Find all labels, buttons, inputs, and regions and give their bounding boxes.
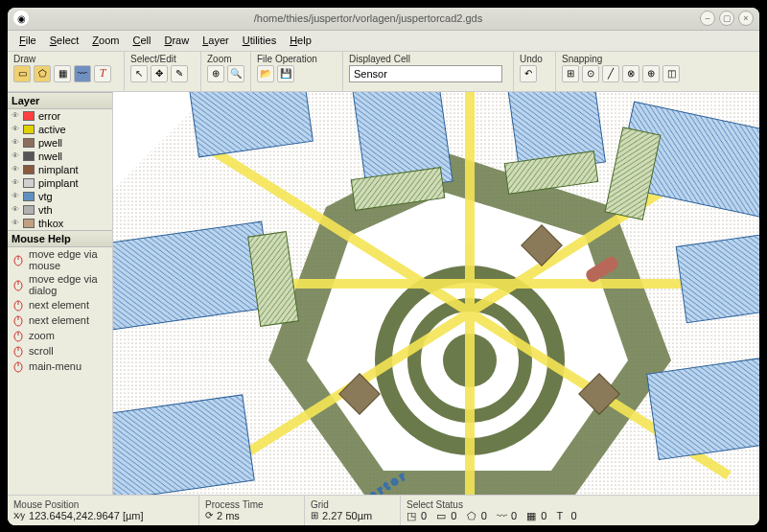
file-save-icon[interactable]: 💾 [277,65,294,82]
toolgroup-selectedit: Select/Edit ↖ ✥ ✎ [125,52,201,91]
snap-point-icon[interactable]: ⊙ [582,65,599,82]
mousehelp-panel-header: Mouse Help [8,230,112,247]
mouse-icon [12,344,25,358]
status-grid: Grid ⊞ 2.27 50µm [305,496,401,525]
snap-line-icon[interactable]: ╱ [602,65,619,82]
toolbar: Draw ▭ ⬠ ▦ 〰 T Select/Edit ↖ ✥ ✎ Zoom ⊕ … [8,52,759,92]
snap-edge-icon[interactable]: ◫ [662,65,680,82]
selstatus-count: ▭ 0 [436,510,462,521]
displayed-cell-input[interactable] [349,65,502,82]
layer-visibility-icon[interactable]: 👁 [12,192,19,200]
layer-visibility-icon[interactable]: 👁 [12,125,19,133]
layer-item-thkox[interactable]: 👁thkox [8,217,112,230]
draw-polygon-icon[interactable]: ⬠ [34,65,51,82]
select-move-icon[interactable]: ✥ [151,65,168,82]
mouse-icon [12,359,25,373]
layer-item-pwell[interactable]: 👁pwell [8,136,112,150]
mousehelp-text: zoom [29,330,55,341]
toolgroup-draw-label: Draw [13,54,118,64]
layer-visibility-icon[interactable]: 👁 [12,205,19,214]
draw-cell-icon[interactable]: ▦ [54,65,71,82]
select-arrow-icon[interactable]: ↖ [130,65,148,82]
toolgroup-undo-label: Undo [520,54,549,64]
file-open-icon[interactable]: 📂 [257,65,274,82]
layout-drawing: spertor [113,92,759,495]
toolgroup-snapping: Snapping ⊞ ⊙ ╱ ⊗ ⊕ ◫ [556,52,759,91]
layer-item-vtg[interactable]: 👁vtg [8,190,112,203]
layer-name: vth [38,204,53,216]
layer-item-nimplant[interactable]: 👁nimplant [8,163,112,176]
maximize-button[interactable]: ▢ [719,11,734,26]
layer-name: vtg [38,191,53,202]
layer-visibility-icon[interactable]: 👁 [12,111,19,120]
mousehelp-item: main-menu [8,359,112,374]
layer-item-nwell[interactable]: 👁nwell [8,150,112,163]
draw-text-icon[interactable]: T [94,65,111,82]
layer-visibility-icon[interactable]: 👁 [12,138,19,147]
layer-visibility-icon[interactable]: 👁 [12,165,19,173]
mousehelp-item: scroll [8,343,112,359]
layer-name: pimplant [38,177,79,189]
mouse-icon [12,278,25,291]
layer-item-pimplant[interactable]: 👁pimplant [8,176,112,190]
menu-draw[interactable]: Draw [158,33,195,48]
layer-swatch-icon [23,151,35,161]
selstatus-count: ◳ 0 [407,510,432,521]
menu-cell[interactable]: Cell [127,33,156,48]
menu-utilities[interactable]: Utilities [237,33,282,48]
snap-center-icon[interactable]: ⊗ [622,65,639,82]
status-proctime: Process Time ⟳ 2 ms [199,496,305,525]
selstatus-icon: 〰 [497,510,508,521]
layer-swatch-icon [23,125,35,134]
selstatus-count: T 0 [556,510,582,521]
mousehelp-item: move edge via dialog [8,272,112,297]
menu-file[interactable]: File [13,33,42,48]
snap-grid-icon[interactable]: ⊞ [562,65,579,82]
close-button[interactable]: × [738,11,754,26]
layer-swatch-icon [23,192,35,201]
toolgroup-fileop-label: File Operation [257,54,337,64]
zoom-in-icon[interactable]: 🔍 [227,65,244,82]
selstatus-icon: ◳ [407,510,418,521]
mouse-icon [12,313,25,327]
layer-item-error[interactable]: 👁error [8,109,112,123]
main-area: Layer 👁error👁active👁pwell👁nwell👁nimplant… [8,92,759,495]
layer-name: error [38,110,60,122]
select-edit-icon[interactable]: ✎ [171,65,188,82]
layer-visibility-icon[interactable]: 👁 [12,151,19,160]
mousehelp-list: move edge via mousemove edge via dialogn… [8,247,112,495]
layer-item-active[interactable]: 👁active [8,123,112,136]
zoom-fit-icon[interactable]: ⊕ [207,65,224,82]
window-title: /home/thies/juspertor/vorlagen/juspertor… [36,12,700,24]
mouse-icon [12,253,25,266]
layer-visibility-icon[interactable]: 👁 [12,178,19,187]
menu-select[interactable]: Select [44,33,85,48]
mousehelp-text: main-menu [29,360,81,372]
snap-intersect-icon[interactable]: ⊕ [642,65,660,82]
layer-list: 👁error👁active👁pwell👁nwell👁nimplant👁pimpl… [8,109,112,230]
sidebar: Layer 👁error👁active👁pwell👁nwell👁nimplant… [8,92,113,495]
selstatus-count: ▦ 0 [526,510,552,521]
draw-box-icon[interactable]: ▭ [13,65,31,82]
layer-visibility-icon[interactable]: 👁 [12,219,19,227]
menu-help[interactable]: Help [284,33,317,48]
minimize-button[interactable]: – [700,11,715,26]
undo-icon[interactable]: ↶ [520,65,537,82]
layer-panel-header: Layer [8,92,112,109]
status-select: Select Status ◳ 0 ▭ 0 ⬠ 0 〰 0 ▦ 0 T 0 [401,496,759,525]
menu-layer[interactable]: Layer [197,33,235,48]
mousehelp-item: move edge via mouse [8,247,112,272]
layer-swatch-icon [23,138,35,148]
status-mousepos: Mouse Position X⁄y 123.6454,242.9647 [µm… [8,496,199,525]
mousehelp-text: next element [29,314,89,326]
menu-zoom[interactable]: Zoom [86,33,125,48]
mousehelp-text: move edge via dialog [29,273,108,296]
svg-rect-34 [113,394,254,494]
toolgroup-draw: Draw ▭ ⬠ ▦ 〰 T [8,52,125,91]
layer-swatch-icon [23,219,35,228]
layout-canvas[interactable]: spertor [113,92,759,495]
layer-item-vth[interactable]: 👁vth [8,203,112,217]
selstatus-icon: T [556,510,568,521]
draw-path-icon[interactable]: 〰 [74,65,91,82]
titlebar: ◉ /home/thies/juspertor/vorlagen/juspert… [8,8,759,31]
